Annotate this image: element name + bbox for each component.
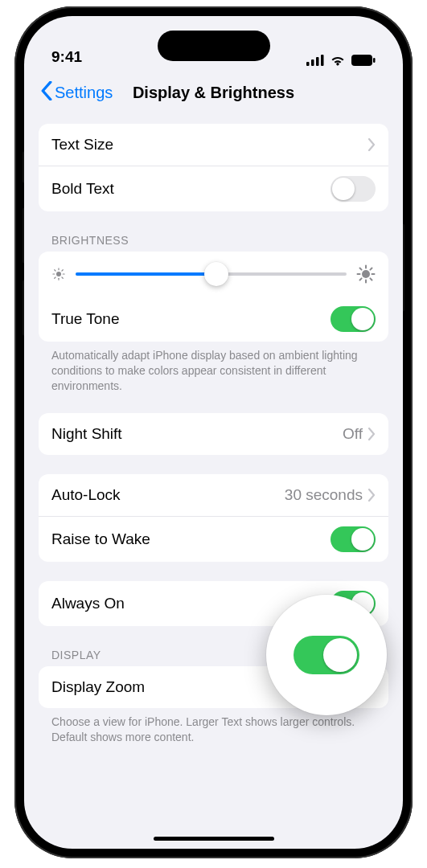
cellular-icon: [306, 55, 324, 66]
svg-line-21: [370, 278, 372, 280]
auto-lock-row[interactable]: Auto-Lock 30 seconds: [39, 474, 388, 516]
wifi-icon: [330, 55, 346, 66]
svg-line-20: [360, 268, 362, 270]
svg-rect-5: [373, 58, 376, 63]
svg-line-23: [370, 268, 372, 270]
chevron-right-icon: [367, 489, 376, 502]
svg-rect-4: [351, 55, 372, 66]
true-tone-label: True Tone: [51, 310, 331, 328]
sun-max-icon: [356, 264, 376, 284]
night-shift-row[interactable]: Night Shift Off: [39, 413, 388, 455]
svg-line-13: [55, 277, 55, 278]
text-size-row[interactable]: Text Size: [39, 124, 388, 166]
always-on-toggle-zoom[interactable]: [294, 636, 359, 674]
svg-line-12: [62, 277, 63, 278]
night-shift-label: Night Shift: [51, 425, 343, 443]
dynamic-island: [158, 31, 270, 61]
always-on-callout: [266, 595, 387, 715]
raise-to-wake-label: Raise to Wake: [51, 530, 331, 548]
brightness-slider[interactable]: [76, 272, 347, 276]
chevron-right-icon: [367, 138, 376, 151]
text-group: Text Size Bold Text: [39, 124, 388, 211]
home-indicator[interactable]: [154, 837, 274, 841]
bold-text-toggle[interactable]: [331, 176, 376, 202]
brightness-header: BRIGHTNESS: [39, 211, 388, 252]
raise-to-wake-row: Raise to Wake: [39, 516, 388, 562]
status-time: 9:41: [51, 48, 82, 66]
brightness-group: True Tone: [39, 252, 388, 342]
night-shift-group: Night Shift Off: [39, 413, 388, 455]
svg-point-6: [56, 272, 61, 276]
night-shift-value: Off: [343, 425, 363, 443]
page-title: Display & Brightness: [133, 84, 294, 102]
raise-to-wake-toggle[interactable]: [331, 526, 376, 552]
battery-icon: [351, 55, 376, 66]
text-size-label: Text Size: [51, 136, 367, 154]
svg-point-15: [362, 270, 370, 278]
auto-lock-value: 30 seconds: [285, 486, 363, 504]
status-icons: [306, 55, 376, 66]
svg-rect-1: [311, 59, 314, 66]
back-button[interactable]: Settings: [40, 81, 113, 104]
back-label: Settings: [55, 84, 113, 102]
svg-rect-3: [321, 55, 324, 66]
nav-bar: Settings Display & Brightness: [24, 72, 403, 113]
lock-group: Auto-Lock 30 seconds Raise to Wake: [39, 474, 388, 562]
brightness-slider-row: [39, 252, 388, 297]
svg-rect-0: [306, 62, 310, 66]
sun-min-icon: [51, 267, 66, 281]
phone-frame: 9:41 Settings Display & Brightn: [14, 6, 413, 858]
chevron-left-icon: [40, 81, 53, 104]
settings-content[interactable]: Text Size Bold Text BRIGHTNESS: [24, 113, 403, 849]
svg-line-22: [360, 278, 362, 280]
bold-text-label: Bold Text: [51, 180, 331, 198]
chevron-right-icon: [367, 428, 376, 440]
svg-line-14: [62, 270, 63, 271]
svg-line-11: [55, 270, 55, 271]
bold-text-row: Bold Text: [39, 166, 388, 211]
svg-rect-2: [316, 57, 319, 66]
screen: 9:41 Settings Display & Brightn: [24, 16, 403, 849]
true-tone-toggle[interactable]: [331, 306, 376, 332]
auto-lock-label: Auto-Lock: [51, 486, 285, 504]
true-tone-footer: Automatically adapt iPhone display based…: [39, 342, 388, 394]
true-tone-row: True Tone: [39, 297, 388, 342]
